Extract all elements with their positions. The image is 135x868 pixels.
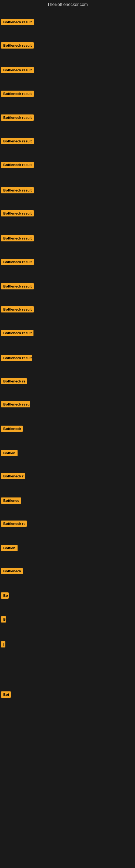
bottleneck-badge-6: Bottleneck result — [1, 138, 34, 144]
bottleneck-item-12: Bottleneck result — [1, 283, 34, 290]
bottleneck-item-13: Bottleneck result — [1, 306, 34, 314]
bottleneck-badge-8: Bottleneck result — [1, 187, 34, 193]
bottleneck-badge-3: Bottleneck result — [1, 67, 34, 73]
bottleneck-item-14: Bottleneck result — [1, 330, 34, 337]
bottleneck-item-20: Bottleneck r — [1, 473, 25, 480]
bottleneck-badge-17: Bottleneck resul — [1, 401, 30, 407]
bottleneck-badge-24: Bottleneck — [1, 568, 23, 574]
bottleneck-badge-29: Bot — [1, 691, 11, 698]
bottleneck-badge-19: Bottlen — [1, 450, 17, 456]
bottleneck-badge-12: Bottleneck result — [1, 283, 34, 289]
bottleneck-item-27: | — [1, 641, 5, 649]
bottleneck-badge-21: Bottlenec — [1, 497, 21, 504]
bottleneck-item-29: Bot — [1, 691, 11, 699]
bottleneck-item-1: Bottleneck result — [1, 19, 34, 26]
bottleneck-item-2: Bottleneck result — [1, 42, 34, 50]
bottleneck-item-23: Bottlen — [1, 545, 17, 552]
bottleneck-item-21: Bottlenec — [1, 497, 21, 505]
bottleneck-item-9: Bottleneck result — [1, 210, 34, 218]
bottleneck-item-22: Bottleneck re — [1, 521, 27, 528]
bottleneck-badge-23: Bottlen — [1, 545, 17, 551]
bottleneck-item-4: Bottleneck result — [1, 91, 34, 98]
bottleneck-item-16: Bottleneck re — [1, 378, 27, 385]
bottleneck-item-17: Bottleneck resul — [1, 401, 30, 408]
bottleneck-badge-18: Bottleneck — [1, 426, 23, 432]
bottleneck-badge-11: Bottleneck result — [1, 259, 34, 265]
bottleneck-badge-14: Bottleneck result — [1, 330, 34, 336]
bottleneck-item-8: Bottleneck result — [1, 187, 34, 194]
bottleneck-badge-22: Bottleneck re — [1, 521, 27, 527]
bottleneck-item-5: Bottleneck result — [1, 115, 34, 122]
bottleneck-item-15: Bottleneck result — [1, 355, 32, 362]
bottleneck-item-11: Bottleneck result — [1, 259, 34, 266]
bottleneck-badge-4: Bottleneck result — [1, 91, 34, 97]
bottleneck-badge-25: Bo — [1, 592, 9, 599]
bottleneck-item-7: Bottleneck result — [1, 162, 34, 169]
bottleneck-item-18: Bottleneck — [1, 426, 23, 433]
bottleneck-badge-20: Bottleneck r — [1, 473, 25, 479]
bottleneck-badge-7: Bottleneck result — [1, 162, 34, 168]
bottleneck-item-25: Bo — [1, 592, 9, 600]
bottleneck-badge-13: Bottleneck result — [1, 306, 34, 312]
site-title: TheBottlenecker.com — [0, 0, 135, 9]
bottleneck-item-10: Bottleneck result — [1, 235, 34, 243]
bottleneck-badge-1: Bottleneck result — [1, 19, 34, 25]
bottleneck-item-3: Bottleneck result — [1, 67, 34, 74]
bottleneck-badge-16: Bottleneck re — [1, 378, 27, 384]
bottleneck-badge-27: | — [1, 641, 5, 648]
bottleneck-item-6: Bottleneck result — [1, 138, 34, 145]
bottleneck-badge-9: Bottleneck result — [1, 210, 34, 216]
bottleneck-item-26: B — [1, 616, 6, 624]
bottleneck-item-24: Bottleneck — [1, 568, 23, 575]
bottleneck-item-19: Bottlen — [1, 450, 17, 457]
bottleneck-badge-5: Bottleneck result — [1, 115, 34, 121]
bottleneck-badge-2: Bottleneck result — [1, 42, 34, 49]
bottleneck-badge-15: Bottleneck result — [1, 355, 32, 361]
bottleneck-badge-26: B — [1, 616, 6, 622]
bottleneck-badge-10: Bottleneck result — [1, 235, 34, 241]
